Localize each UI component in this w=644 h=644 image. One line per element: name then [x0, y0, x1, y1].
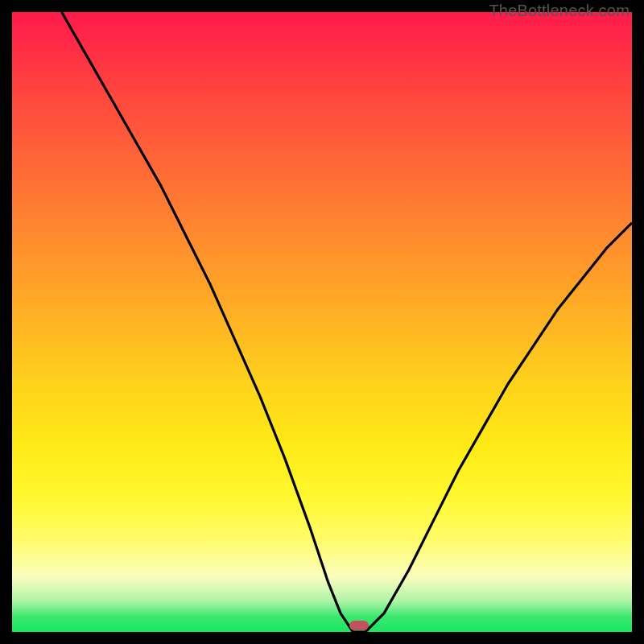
- optimal-marker: [349, 621, 369, 630]
- bottleneck-curve: [62, 12, 632, 632]
- bottleneck-chart: TheBottleneck.com: [0, 0, 644, 644]
- attribution-text: TheBottleneck.com: [489, 2, 630, 20]
- curve-layer: [12, 12, 632, 632]
- plot-area: [12, 12, 632, 632]
